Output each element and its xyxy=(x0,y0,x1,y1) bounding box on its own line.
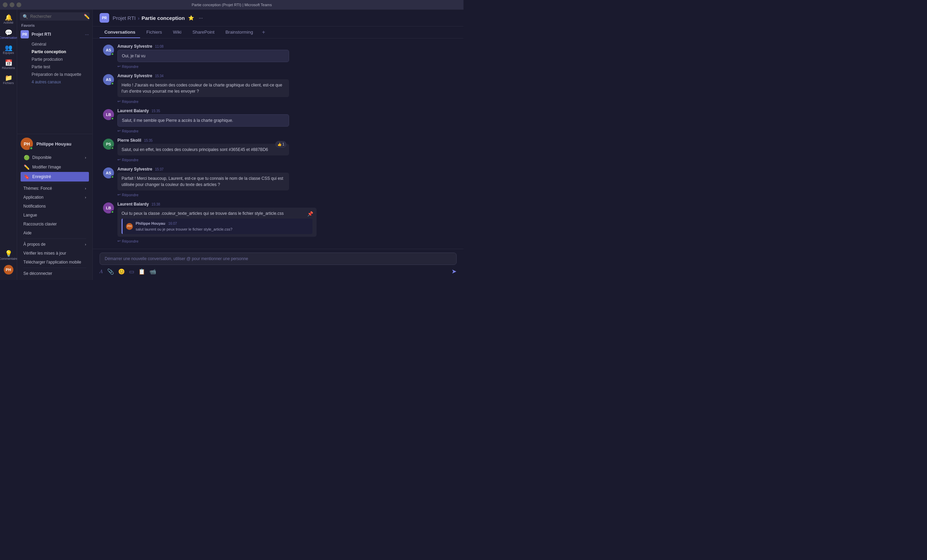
star-icon[interactable]: ⭐ xyxy=(188,15,194,21)
compose-input[interactable]: Démarrer une nouvelle conversation, util… xyxy=(100,253,457,265)
menu-item-mises-a-jour[interactable]: Vérifier les mises à jour xyxy=(21,249,89,258)
msg-time-m1: 11:08 xyxy=(155,45,163,49)
msg-author-m4: Pierre Skolil xyxy=(117,138,141,143)
minimize-btn[interactable] xyxy=(10,2,14,7)
reply-btn-m4[interactable]: ↩ Répondre xyxy=(117,157,453,162)
compose-icon[interactable]: ✏️ xyxy=(84,14,90,19)
menu-item-enregistre[interactable]: 🔖 Enregistré xyxy=(21,172,89,182)
menu-divider-2 xyxy=(23,238,86,239)
edit-icon: ✏️ xyxy=(23,164,29,170)
msg-text-m4: Salut, oui en effet, les codes des coule… xyxy=(122,147,268,152)
tab-conversations[interactable]: Conversations xyxy=(100,27,140,38)
modifier-image-label: Modifier l'image xyxy=(32,165,61,170)
msg-header-m6: Laurent Balardy 15:38 xyxy=(117,202,453,206)
tab-fichiers[interactable]: Fichiers xyxy=(141,27,167,38)
channel-item-general[interactable]: Général xyxy=(17,41,92,48)
msg-text-m6: Oui tu peux la classe .couleur_texte_art… xyxy=(122,211,284,216)
files-icon: 📁 xyxy=(5,75,12,81)
tab-add-button[interactable]: + xyxy=(259,26,268,38)
search-bar[interactable]: 🔍 ✏️ xyxy=(20,12,90,21)
reply-btn-m1[interactable]: ↩ Répondre xyxy=(117,64,453,69)
maximize-btn[interactable] xyxy=(17,2,21,7)
emoji-icon[interactable]: 😊 xyxy=(118,268,125,275)
mises-a-jour-label: Vérifier les mises à jour xyxy=(23,251,66,256)
menu-divider-3 xyxy=(23,268,86,268)
sidebar-item-activity[interactable]: 🔔 Activité xyxy=(1,12,16,27)
reply-label-m1: Répondre xyxy=(122,65,138,68)
search-input[interactable] xyxy=(30,14,82,19)
sidebar-item-conversation[interactable]: 💬 Conversation xyxy=(1,27,16,42)
menu-item-disponible[interactable]: 🟢 Disponible › xyxy=(21,153,89,162)
reply-btn-m2[interactable]: ↩ Répondre xyxy=(117,99,453,104)
files-label: Fichiers xyxy=(3,82,14,85)
msg-avatar-m4: PS xyxy=(103,139,114,150)
teams-label: Équipes xyxy=(3,52,14,55)
video-icon[interactable]: 📹 xyxy=(149,268,156,275)
tab-sharepoint[interactable]: SharePoint xyxy=(187,27,219,38)
message-m7: AS Amaury Sylvestre 15:39 Très bien ! Me… xyxy=(103,248,453,249)
activity-label: Activité xyxy=(3,21,14,25)
reunions-icon: 📅 xyxy=(5,60,12,66)
teams-icon: 👥 xyxy=(5,45,12,51)
format-icon[interactable]: 𝐴 xyxy=(100,268,103,275)
msg-bubble-m1: Oui, je l'ai vu xyxy=(117,50,289,62)
menu-item-aide[interactable]: Aide xyxy=(21,229,89,237)
compose-area: Démarrer une nouvelle conversation, util… xyxy=(93,249,464,280)
profile-name: Philippe Houyau xyxy=(36,141,71,147)
quoted-author-m6: Philippe Houyau xyxy=(135,221,165,225)
window-controls[interactable] xyxy=(3,2,21,7)
gif-icon[interactable]: ▭ xyxy=(129,268,134,275)
msg-content-m3: Laurent Balardy 15:35 Salut, il me sembl… xyxy=(117,108,453,134)
more-icon[interactable]: ··· xyxy=(199,15,203,21)
menu-item-notifications[interactable]: Notifications xyxy=(21,202,89,211)
tab-wiki[interactable]: Wiki xyxy=(168,27,187,38)
deconnecter-label: Se déconnecter xyxy=(23,271,52,276)
reply-icon-m5: ↩ xyxy=(117,193,120,197)
channel-item-partie-prodcution[interactable]: Partie prodcution xyxy=(17,56,92,63)
menu-item-themes[interactable]: Thèmes: Foncé › xyxy=(21,184,89,193)
tab-brainstorming[interactable]: Brainstorming xyxy=(221,27,258,38)
msg-bubble-m2: Hello ! J'aurais eu besoin des codes cou… xyxy=(117,79,289,97)
msg-time-m5: 15:37 xyxy=(155,167,163,171)
reply-icon-m6: ↩ xyxy=(117,239,120,243)
reply-icon-m2: ↩ xyxy=(117,99,120,104)
team-more-icon[interactable]: ··· xyxy=(85,32,89,37)
sticker-icon[interactable]: 📋 xyxy=(138,268,145,275)
msg-content-m6: Laurent Balardy 15:38 📌 Oui tu peux la c… xyxy=(117,202,453,244)
user-avatar-small[interactable]: PH xyxy=(1,263,16,276)
menu-item-langue[interactable]: Langue xyxy=(21,211,89,220)
attach-icon[interactable]: 📎 xyxy=(107,268,114,275)
channel-breadcrumb-name: Partie conception xyxy=(141,15,185,21)
menu-item-application[interactable]: Application › xyxy=(21,193,89,202)
reply-btn-m5[interactable]: ↩ Répondre xyxy=(117,192,453,198)
send-button[interactable]: ➤ xyxy=(451,268,457,275)
close-btn[interactable] xyxy=(3,2,8,7)
message-m4: PS Pierre Skolil 15:35 Salut, oui en eff… xyxy=(103,138,453,162)
menu-item-apropos[interactable]: À propos de › xyxy=(21,240,89,249)
channel-item-partie-conception[interactable]: Partie conception xyxy=(17,48,92,56)
menu-item-modifier-image[interactable]: ✏️ Modifier l'image xyxy=(21,162,89,172)
icon-sidebar: 🔔 Activité 💬 Conversation 👥 Équipes 📅 Ré… xyxy=(0,10,17,280)
menu-item-raccourcis[interactable]: Raccourcis clavier xyxy=(21,220,89,229)
msg-text-m2: Hello ! J'aurais eu besoin des codes cou… xyxy=(122,83,282,94)
msg-content-m5: Amaury Sylvestre 15:37 Parfait ! Merci b… xyxy=(117,167,453,198)
msg-avatar-m2: AS xyxy=(103,74,114,85)
channel-item-preparation[interactable]: Préparation de la maquette xyxy=(17,71,92,78)
user-icon: PH xyxy=(4,265,14,275)
menu-item-mobile[interactable]: Télécharger l'application mobile xyxy=(21,258,89,267)
sidebar-item-teams[interactable]: 👥 Équipes xyxy=(1,42,16,57)
msg-author-m6: Laurent Balardy xyxy=(117,202,149,206)
message-m1: AS Amaury Sylvestre 11:08 Oui, je l'ai v… xyxy=(103,44,453,69)
sidebar-item-commentaire[interactable]: 💡 Commentaire xyxy=(1,249,16,263)
reply-icon-m1: ↩ xyxy=(117,64,120,68)
msg-content-m4: Pierre Skolil 15:35 Salut, oui en effet,… xyxy=(117,138,453,162)
conversation-label: Conversation xyxy=(0,36,18,40)
sidebar-item-files[interactable]: 📁 Fichiers xyxy=(1,73,16,87)
reply-btn-m3[interactable]: ↩ Répondre xyxy=(117,128,453,134)
sidebar-item-reunions[interactable]: 📅 Réunions xyxy=(1,58,16,72)
reply-btn-m6[interactable]: ↩ Répondre xyxy=(117,238,453,244)
team-item-projet-rti[interactable]: PR Projet RTI ··· xyxy=(17,28,92,41)
channel-item-partie-test[interactable]: Partie test xyxy=(17,63,92,71)
channel-item-others[interactable]: 4 autres canaux xyxy=(17,78,92,86)
menu-item-deconnecter[interactable]: Se déconnecter xyxy=(21,269,89,278)
